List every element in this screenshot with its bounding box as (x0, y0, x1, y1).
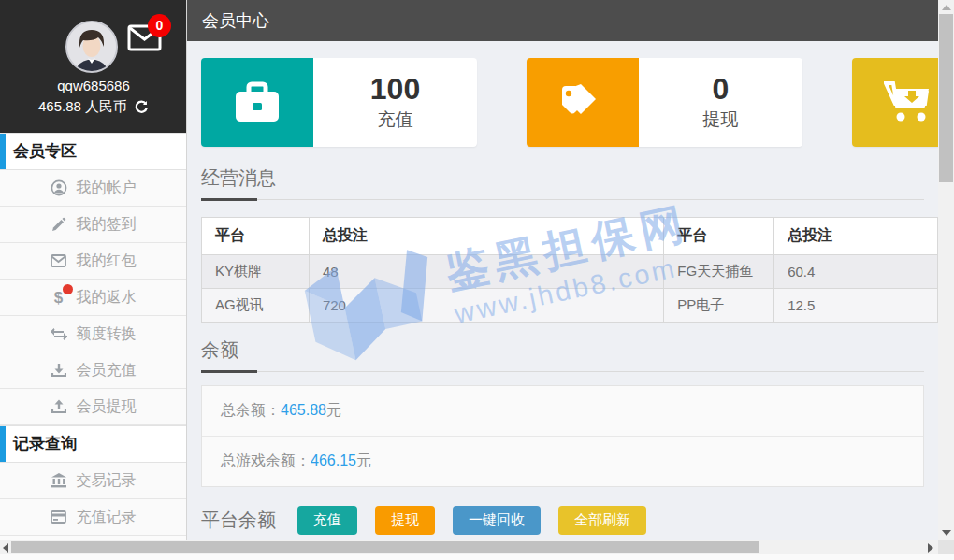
balance-section-header: 余额 (201, 337, 924, 372)
sidebar-item-label: 我的红包 (77, 251, 137, 271)
sidebar-item-label: 充值记录 (77, 508, 137, 527)
business-section-title: 经营消息 (201, 167, 276, 188)
col-platform-2: 平台 (664, 218, 774, 255)
scrollbar-corner (938, 540, 954, 554)
profile-balance: 465.88 人民币 (0, 98, 187, 116)
sidebar-item-label: 额度转换 (77, 324, 137, 344)
scroll-right-arrow[interactable] (928, 543, 933, 553)
withdraw-count: 0 (713, 73, 730, 106)
total-balance-unit: 元 (326, 402, 341, 418)
mail-badge: 0 (148, 14, 171, 37)
total-balance-value: 465.88 (281, 402, 326, 418)
cell-platform: KY棋牌 (202, 255, 310, 289)
envelope-icon (51, 252, 67, 269)
col-totalbet-1: 总投注 (309, 218, 663, 255)
game-balance-unit: 元 (356, 452, 371, 468)
stat-card-cart[interactable] (852, 58, 938, 147)
sidebar-item-label: 会员提现 (77, 397, 137, 417)
deposit-count: 100 (370, 73, 420, 106)
deposit-label: 充值 (378, 108, 413, 132)
tag-icon (527, 58, 639, 147)
sidebar-section-member: 会员专区 (0, 133, 186, 170)
notification-dot (63, 284, 73, 294)
horizontal-scrollbar[interactable] (0, 540, 954, 554)
one-key-recycle-button[interactable]: 一键回收 (453, 506, 541, 535)
table-row: KY棋牌 48 FG天天捕鱼 60.4 (202, 255, 938, 289)
download-icon (51, 362, 67, 379)
sidebar-item-transaction-records[interactable]: 交易记录 (0, 463, 186, 499)
sidebar-item-my-account[interactable]: 我的帐户 (0, 170, 186, 207)
sidebar-item-my-redpacket[interactable]: 我的红包 (0, 243, 186, 280)
platform-balance-title: 平台余额 (201, 508, 276, 533)
sidebar-item-quota-transfer[interactable]: 额度转换 (0, 316, 186, 352)
cell-totalbet: 12.5 (774, 289, 938, 323)
refresh-icon[interactable] (135, 100, 149, 114)
sidebar-item-my-checkin[interactable]: 我的签到 (0, 207, 186, 243)
platform-buttons: 充值 提现 一键回收 全部刷新 (297, 506, 646, 535)
game-balance-value: 466.15 (311, 452, 356, 468)
scroll-left-arrow[interactable] (3, 543, 8, 553)
vertical-scroll-thumb[interactable] (939, 14, 953, 182)
withdraw-label: 提现 (703, 108, 739, 132)
sidebar-item-member-deposit[interactable]: 会员充值 (0, 352, 186, 389)
platform-balance-header: 平台余额 充值 提现 一键回收 全部刷新 (201, 506, 924, 540)
avatar[interactable] (65, 21, 118, 73)
stat-card-withdraw[interactable]: 0 提现 (527, 58, 802, 147)
page-title: 会员中心 (202, 11, 269, 30)
scroll-down-arrow[interactable] (942, 530, 951, 536)
sidebar-item-label: 我的帐户 (77, 179, 137, 198)
table-header-row: 平台 总投注 平台 总投注 (202, 218, 938, 255)
game-balance-row: 总游戏余额：466.15元 (202, 436, 923, 486)
sidebar: 0 qqw685686 465.88 人民币 会员专区 我的帐户 我的签到 我的… (0, 0, 187, 540)
briefcase-icon (201, 58, 313, 147)
total-balance-row: 总余额：465.88元 (202, 386, 923, 436)
bottom-strip (0, 554, 954, 560)
cell-totalbet: 48 (309, 255, 663, 289)
col-totalbet-2: 总投注 (774, 218, 938, 255)
avatar-person-icon (67, 22, 116, 71)
bet-summary-table: 平台 总投注 平台 总投注 KY棋牌 48 FG天天捕鱼 60.4 AG视讯 7… (201, 217, 938, 323)
cell-totalbet: 720 (309, 289, 663, 323)
main-content: 100 充值 0 提现 (187, 41, 938, 540)
pencil-icon (51, 216, 67, 233)
business-section-header: 经营消息 (201, 165, 924, 200)
scroll-up-arrow[interactable] (942, 5, 951, 10)
upload-icon (51, 398, 67, 415)
refresh-all-button[interactable]: 全部刷新 (558, 506, 646, 535)
stat-card-deposit[interactable]: 100 充值 (201, 58, 477, 147)
cell-platform: PP电子 (664, 289, 774, 323)
cell-totalbet: 60.4 (774, 255, 938, 289)
cell-platform: FG天天捕鱼 (664, 255, 774, 289)
withdraw-button[interactable]: 提现 (375, 506, 435, 535)
sidebar-item-label: 交易记录 (77, 471, 137, 491)
dollar-icon: $ (51, 289, 67, 306)
horizontal-scroll-thumb[interactable] (11, 541, 759, 553)
vertical-scrollbar[interactable] (938, 0, 954, 540)
stat-cards: 100 充值 0 提现 (201, 58, 938, 147)
bank-icon (51, 472, 67, 489)
profile-balance-text: 465.88 人民币 (38, 98, 127, 116)
cell-platform: AG视讯 (202, 289, 310, 323)
balance-box: 总余额：465.88元 总游戏余额：466.15元 (201, 385, 924, 487)
balance-section-title: 余额 (201, 339, 238, 360)
col-platform-1: 平台 (202, 218, 310, 255)
sidebar-section-records: 记录查询 (0, 425, 186, 463)
profile-username: qqw685686 (0, 78, 187, 93)
page-title-bar: 会员中心 (187, 0, 938, 41)
total-balance-label: 总余额： (221, 402, 281, 418)
sidebar-item-label: 我的签到 (77, 215, 137, 235)
transfer-icon (51, 325, 67, 342)
sidebar-item-label: 会员充值 (77, 361, 137, 381)
table-row: AG视讯 720 PP电子 12.5 (202, 289, 938, 323)
sidebar-item-label: 我的返水 (77, 288, 137, 308)
sidebar-item-deposit-records[interactable]: 充值记录 (0, 499, 186, 536)
user-icon (51, 179, 67, 196)
deposit-button[interactable]: 充值 (297, 506, 357, 535)
game-balance-label: 总游戏余额： (221, 452, 311, 468)
profile-panel: 0 qqw685686 465.88 人民币 (0, 0, 186, 133)
sidebar-item-my-rebate[interactable]: $ 我的返水 (0, 280, 186, 316)
cart-icon (852, 58, 938, 147)
card-icon (51, 509, 67, 525)
sidebar-item-member-withdraw[interactable]: 会员提现 (0, 389, 186, 425)
